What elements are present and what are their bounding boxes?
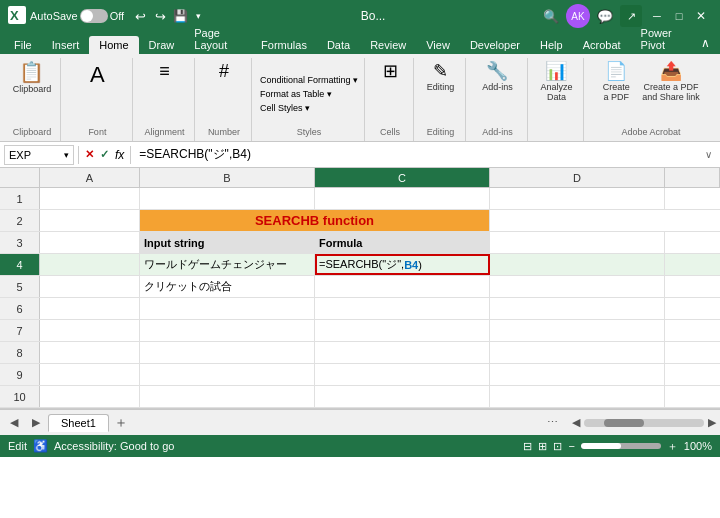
cell-a3[interactable]	[40, 232, 140, 253]
cell-a6[interactable]	[40, 298, 140, 319]
analyze-btn[interactable]: 📊 AnalyzeData	[536, 60, 576, 104]
cell-d5[interactable]	[490, 276, 665, 297]
tab-data[interactable]: Data	[317, 36, 360, 54]
number-btn[interactable]: #	[206, 60, 242, 82]
cell-d10[interactable]	[490, 386, 665, 407]
row-num-6[interactable]: 6	[0, 298, 40, 319]
name-box-dropdown[interactable]: ▾	[64, 150, 69, 160]
comments-btn[interactable]: 💬	[594, 5, 616, 27]
sheet-nav-left[interactable]: ◀	[4, 413, 24, 433]
view-normal-btn[interactable]: ⊟	[523, 440, 532, 453]
quick-access-save[interactable]: 💾	[170, 6, 190, 26]
view-break-btn[interactable]: ⊡	[553, 440, 562, 453]
scrollbar-thumb[interactable]	[604, 419, 644, 427]
name-box[interactable]: EXP ▾	[4, 145, 74, 165]
search-btn[interactable]: 🔍	[540, 5, 562, 27]
font-btn[interactable]: A	[79, 60, 115, 90]
sheet-options-btn[interactable]: ⋯	[543, 416, 562, 429]
cell-c4[interactable]: =SEARCHB("ジ",B4)	[315, 254, 490, 275]
tab-insert[interactable]: Insert	[42, 36, 90, 54]
tab-file[interactable]: File	[4, 36, 42, 54]
cell-a9[interactable]	[40, 364, 140, 385]
tab-help[interactable]: Help	[530, 36, 573, 54]
tab-home[interactable]: Home	[89, 36, 138, 54]
row-num-3[interactable]: 3	[0, 232, 40, 253]
quick-access-more[interactable]: ▾	[190, 6, 206, 26]
confirm-formula-btn[interactable]: ✓	[98, 148, 111, 161]
cell-d1[interactable]	[490, 188, 665, 209]
cell-a8[interactable]	[40, 342, 140, 363]
row-num-8[interactable]: 8	[0, 342, 40, 363]
col-header-d[interactable]: D	[490, 168, 665, 187]
cell-a10[interactable]	[40, 386, 140, 407]
conditional-formatting-btn[interactable]: Conditional Formatting ▾	[257, 74, 361, 86]
tab-formulas[interactable]: Formulas	[251, 36, 317, 54]
cell-c8[interactable]	[315, 342, 490, 363]
format-as-table-btn[interactable]: Format as Table ▾	[257, 88, 335, 100]
create-share-pdf-btn[interactable]: 📤 Create a PDFand Share link	[638, 60, 704, 104]
insert-function-btn[interactable]: fx	[113, 148, 126, 162]
cell-d7[interactable]	[490, 320, 665, 341]
tab-acrobat[interactable]: Acrobat	[573, 36, 631, 54]
cell-d9[interactable]	[490, 364, 665, 385]
scroll-left-btn[interactable]: ◀	[572, 416, 580, 429]
cell-d8[interactable]	[490, 342, 665, 363]
row-num-9[interactable]: 9	[0, 364, 40, 385]
scroll-right-btn[interactable]: ▶	[708, 416, 716, 429]
cell-c5[interactable]	[315, 276, 490, 297]
row-num-1[interactable]: 1	[0, 188, 40, 209]
row-num-10[interactable]: 10	[0, 386, 40, 407]
cell-b5[interactable]: クリケットの試合	[140, 276, 315, 297]
cell-d4[interactable]	[490, 254, 665, 275]
paste-btn[interactable]: 📋 Clipboard	[9, 60, 56, 96]
scrollbar-track[interactable]	[584, 419, 704, 427]
cell-c10[interactable]	[315, 386, 490, 407]
user-avatar[interactable]: AK	[566, 4, 590, 28]
cell-d3[interactable]	[490, 232, 665, 253]
cell-b2-merged[interactable]: SEARCHB function	[140, 210, 490, 231]
addins-btn[interactable]: 🔧 Add-ins	[478, 60, 517, 94]
tab-powerpivot[interactable]: Power Pivot	[631, 24, 695, 54]
tab-review[interactable]: Review	[360, 36, 416, 54]
cell-c6[interactable]	[315, 298, 490, 319]
col-header-b[interactable]: B	[140, 168, 315, 187]
formula-input[interactable]: =SEARCHB("ジ",B4)	[135, 146, 696, 163]
tab-draw[interactable]: Draw	[139, 36, 185, 54]
sheet-add-btn[interactable]: ＋	[111, 413, 131, 433]
zoom-in-btn[interactable]: ＋	[667, 439, 678, 454]
cell-a4[interactable]	[40, 254, 140, 275]
row-num-7[interactable]: 7	[0, 320, 40, 341]
col-header-a[interactable]: A	[40, 168, 140, 187]
cancel-formula-btn[interactable]: ✕	[83, 148, 96, 161]
undo-btn[interactable]: ↩	[130, 6, 150, 26]
autosave-toggle[interactable]	[80, 9, 108, 23]
row-num-5[interactable]: 5	[0, 276, 40, 297]
cell-c7[interactable]	[315, 320, 490, 341]
formula-expand-btn[interactable]: ∨	[700, 147, 716, 163]
cell-b10[interactable]	[140, 386, 315, 407]
cell-c1[interactable]	[315, 188, 490, 209]
cell-styles-btn[interactable]: Cell Styles ▾	[257, 102, 313, 114]
cell-a7[interactable]	[40, 320, 140, 341]
cell-b9[interactable]	[140, 364, 315, 385]
cell-b3[interactable]: Input string	[140, 232, 315, 253]
redo-btn[interactable]: ↪	[150, 6, 170, 26]
ribbon-collapse-btn[interactable]: ∧	[695, 34, 716, 52]
cell-a2[interactable]	[40, 210, 140, 231]
zoom-out-btn[interactable]: −	[568, 440, 574, 452]
row-num-2[interactable]: 2	[0, 210, 40, 231]
cell-b4[interactable]: ワールドゲームチェンジャー	[140, 254, 315, 275]
sheet-nav-right[interactable]: ▶	[26, 413, 46, 433]
cells-btn[interactable]: ⊞	[372, 60, 408, 82]
tab-view[interactable]: View	[416, 36, 460, 54]
row-num-4[interactable]: 4	[0, 254, 40, 275]
cell-a5[interactable]	[40, 276, 140, 297]
create-pdf-btn[interactable]: 📄 Createa PDF	[598, 60, 634, 104]
horizontal-scrollbar[interactable]: ◀ ▶	[572, 416, 716, 429]
cell-c9[interactable]	[315, 364, 490, 385]
cell-b8[interactable]	[140, 342, 315, 363]
cell-b6[interactable]	[140, 298, 315, 319]
alignment-btn[interactable]: ≡	[146, 60, 182, 82]
cell-c3[interactable]: Formula	[315, 232, 490, 253]
cell-b7[interactable]	[140, 320, 315, 341]
